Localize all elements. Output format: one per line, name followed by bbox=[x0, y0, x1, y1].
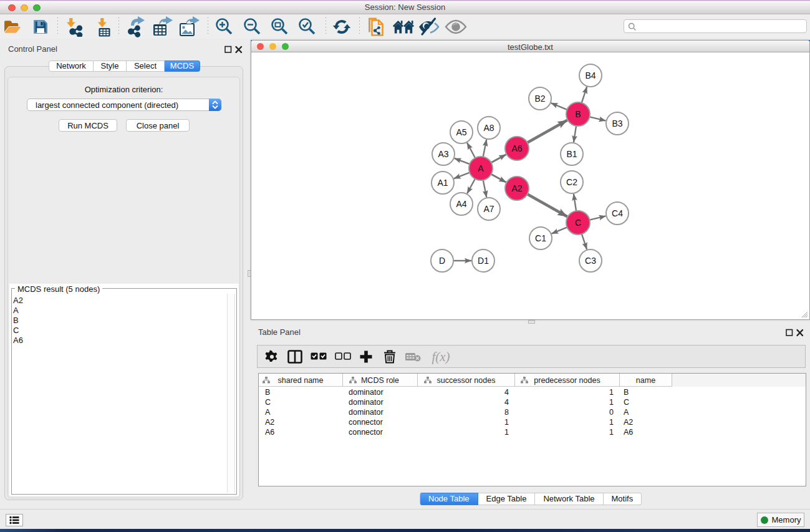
svg-text:A6: A6 bbox=[511, 143, 522, 153]
svg-text:C1: C1 bbox=[535, 233, 546, 243]
svg-text:B1: B1 bbox=[566, 149, 577, 159]
svg-text:A7: A7 bbox=[483, 204, 494, 214]
svg-text:A4: A4 bbox=[456, 199, 466, 209]
svg-text:B2: B2 bbox=[534, 94, 545, 104]
svg-text:A5: A5 bbox=[456, 127, 466, 137]
svg-text:C3: C3 bbox=[585, 256, 596, 266]
svg-text:A2: A2 bbox=[511, 183, 522, 193]
svg-text:B: B bbox=[575, 109, 581, 119]
svg-text:C: C bbox=[575, 218, 581, 228]
svg-text:A3: A3 bbox=[438, 149, 448, 159]
svg-text:D: D bbox=[439, 256, 445, 266]
svg-text:C2: C2 bbox=[566, 177, 577, 187]
svg-text:D1: D1 bbox=[478, 256, 489, 266]
svg-text:B3: B3 bbox=[612, 118, 622, 128]
svg-text:A8: A8 bbox=[483, 123, 494, 133]
svg-text:C4: C4 bbox=[612, 208, 623, 218]
svg-text:B4: B4 bbox=[585, 70, 595, 80]
svg-text:A1: A1 bbox=[437, 178, 448, 188]
svg-text:A: A bbox=[478, 163, 484, 173]
